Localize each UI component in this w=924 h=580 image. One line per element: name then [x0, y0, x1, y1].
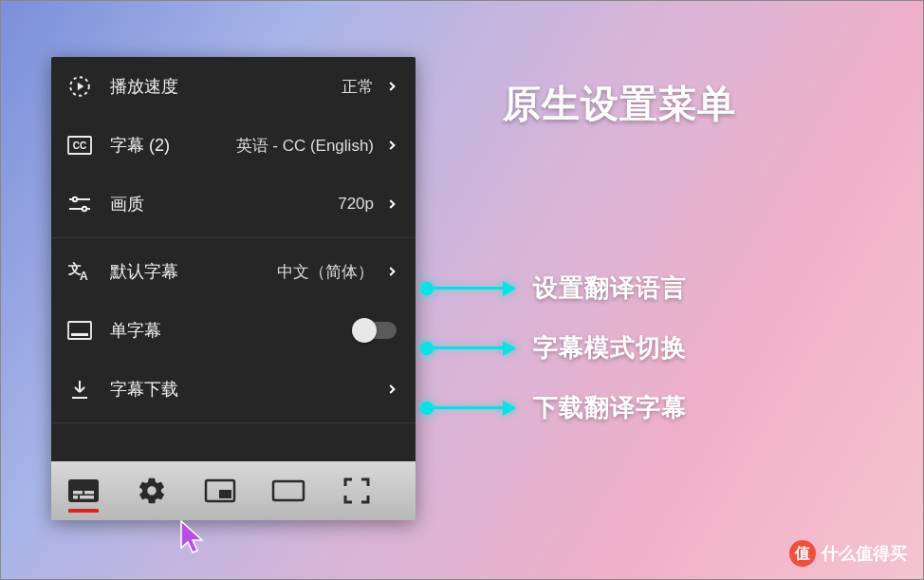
menu-item-playback-speed[interactable]: 播放速度 正常 — [51, 57, 416, 116]
watermark-text: 什么值得买 — [822, 542, 907, 565]
annotation-set-language: 设置翻译语言 — [420, 271, 687, 305]
download-icon — [66, 376, 93, 402]
svg-point-4 — [73, 197, 77, 201]
chevron-right-icon — [385, 80, 398, 93]
fullscreen-button[interactable] — [338, 472, 376, 510]
settings-gear-button[interactable] — [133, 472, 171, 510]
menu-value: 英语 - CC (English) — [236, 135, 374, 157]
watermark-badge-icon: 值 — [789, 540, 816, 567]
chevron-right-icon — [385, 265, 398, 278]
menu-label: 字幕下载 — [110, 378, 178, 401]
pointer-dot-icon — [420, 342, 434, 355]
sliders-icon — [66, 191, 93, 217]
svg-rect-13 — [73, 491, 83, 495]
menu-label: 字幕 (2) — [110, 134, 170, 157]
menu-value: 720p — [338, 195, 374, 214]
menu-label: 默认字幕 — [110, 260, 178, 283]
svg-rect-18 — [219, 490, 231, 498]
menu-item-subtitle-download[interactable]: 字幕下载 — [51, 360, 416, 419]
menu-label: 画质 — [110, 193, 144, 215]
svg-text:A: A — [80, 270, 88, 283]
page-title: 原生设置菜单 — [503, 78, 736, 130]
pointer-dot-icon — [420, 402, 434, 415]
cc-icon: CC — [66, 132, 93, 159]
annotation-label: 字幕模式切换 — [533, 331, 687, 365]
svg-rect-15 — [73, 496, 78, 499]
annotation-download-sub: 下载翻译字幕 — [420, 391, 687, 424]
svg-rect-14 — [84, 491, 94, 495]
menu-divider — [51, 237, 416, 238]
menu-item-default-subtitle[interactable]: 文 A 默认字幕 中文（简体） — [51, 242, 416, 301]
svg-point-6 — [83, 207, 86, 211]
annotation-mode-switch: 字幕模式切换 — [420, 331, 687, 365]
menu-label: 播放速度 — [110, 75, 178, 98]
svg-rect-19 — [273, 481, 304, 500]
svg-rect-16 — [80, 496, 94, 499]
theater-mode-button[interactable] — [269, 472, 307, 510]
annotation-label: 下载翻译字幕 — [533, 391, 687, 424]
menu-item-single-subtitle[interactable]: 单字幕 — [51, 301, 416, 360]
menu-item-quality[interactable]: 画质 720p — [51, 175, 416, 234]
miniplayer-button[interactable] — [201, 472, 239, 510]
watermark: 值 什么值得买 — [789, 540, 907, 567]
playback-speed-icon — [66, 73, 93, 100]
chevron-right-icon — [385, 139, 398, 152]
translate-icon: 文 A — [66, 258, 93, 285]
mouse-cursor-icon — [178, 519, 209, 561]
svg-rect-9 — [68, 322, 91, 339]
svg-rect-10 — [71, 333, 88, 336]
pointer-dot-icon — [420, 282, 434, 295]
player-controls — [51, 461, 416, 520]
menu-item-subtitles[interactable]: CC 字幕 (2) 英语 - CC (English) — [51, 116, 416, 175]
cc-toggle-button[interactable] — [65, 472, 102, 510]
settings-menu: 播放速度 正常 CC 字幕 (2) 英语 - CC (English) 画质 — [51, 57, 416, 520]
menu-divider — [51, 422, 416, 423]
chevron-right-icon — [385, 383, 398, 396]
menu-value: 正常 — [342, 76, 374, 98]
chevron-right-icon — [385, 197, 398, 211]
annotation-label: 设置翻译语言 — [533, 271, 687, 305]
svg-text:CC: CC — [73, 140, 86, 151]
subtitle-box-icon — [66, 317, 93, 344]
subtitle-mode-toggle[interactable] — [355, 322, 397, 339]
menu-value: 中文（简体） — [277, 261, 374, 283]
menu-label: 单字幕 — [110, 319, 161, 342]
